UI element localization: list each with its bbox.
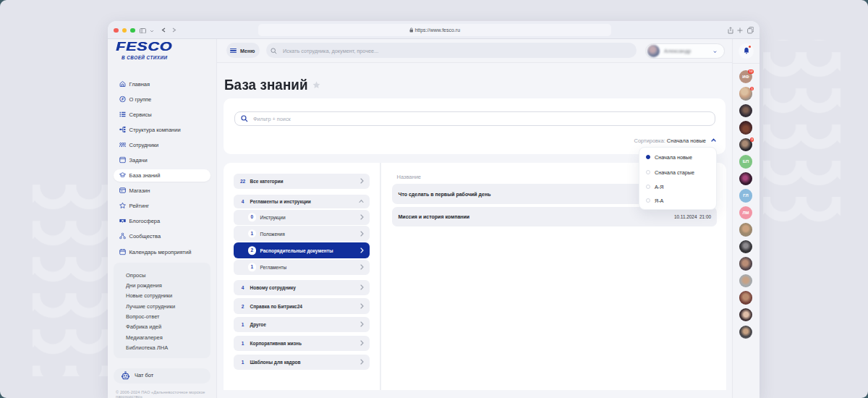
svg-text:F: F — [122, 97, 124, 101]
